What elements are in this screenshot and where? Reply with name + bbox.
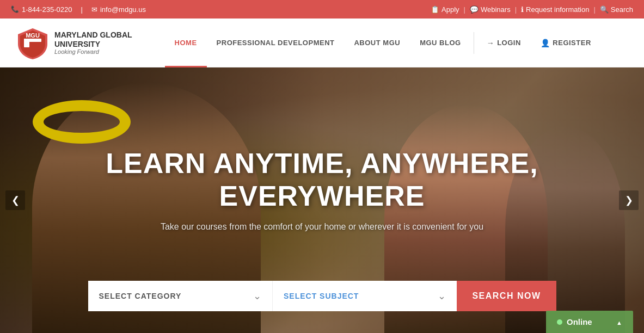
online-dot-icon (557, 319, 562, 325)
svg-text:MGU: MGU (26, 32, 40, 39)
info-icon (521, 5, 524, 14)
register-icon (541, 39, 550, 47)
top-bar-contact: 1-844-235-0220 | info@mdgu.us (11, 5, 146, 14)
email-info: info@mdgu.us (91, 5, 146, 14)
hero-subtitle: Take our courses from the comfort of you… (161, 222, 483, 232)
mail-icon (91, 5, 97, 14)
hero-next-arrow[interactable]: ❯ (619, 190, 639, 210)
logo[interactable]: MGU MARYLAND GLOBAL UNIVERSITY Looking F… (16, 27, 132, 59)
nav-about[interactable]: ABOUT MGU (344, 18, 410, 67)
webinars-link[interactable]: Webinars (470, 5, 511, 14)
nav-register[interactable]: REGISTER (531, 18, 601, 67)
apply-icon (431, 5, 439, 14)
separator-1: | (81, 5, 83, 14)
top-bar-actions: Apply | Webinars | Request information |… (431, 5, 633, 14)
apply-link[interactable]: Apply (431, 5, 459, 14)
online-label: Online (567, 317, 592, 326)
search-icon (600, 5, 609, 14)
email-link[interactable]: info@mdgu.us (100, 5, 146, 14)
sep3: | (515, 5, 517, 14)
main-nav: HOME PROFESSIONAL DEVELOPMENT ABOUT MGU … (165, 18, 628, 67)
sep2: | (464, 5, 465, 14)
university-name-line2: UNIVERSITY (54, 40, 132, 49)
sep4: | (593, 5, 595, 14)
logo-text: MARYLAND GLOBAL UNIVERSITY Looking Forwa… (54, 30, 132, 55)
nav-home[interactable]: HOME (165, 18, 207, 67)
nav-blog[interactable]: MGU BLOG (410, 18, 471, 67)
phone-number: 1-844-235-0220 (22, 5, 72, 14)
category-chevron-icon: ⌄ (253, 290, 261, 302)
hero-title: LEARN ANYTIME, ANYWHERE, EVERYWHERE (44, 147, 600, 212)
webinar-icon (470, 5, 479, 14)
nav-divider (474, 32, 474, 54)
svg-rect-1 (24, 39, 41, 42)
category-select[interactable]: SELECT CATEGORY ⌄ (88, 281, 272, 311)
online-chevron-up-icon (616, 317, 622, 326)
online-label-area: Online (557, 317, 592, 326)
online-badge[interactable]: Online (546, 311, 633, 333)
search-link[interactable]: Search (600, 5, 633, 14)
login-icon (487, 39, 495, 47)
subject-chevron-icon: ⌄ (438, 290, 446, 302)
nav-login[interactable]: LOGIN (477, 18, 531, 67)
hero-prev-arrow[interactable]: ❮ (5, 190, 25, 210)
request-info-link[interactable]: Request information (521, 5, 589, 14)
phone-icon (11, 5, 19, 13)
category-label: SELECT CATEGORY (99, 292, 253, 300)
logo-tagline: Looking Forward (54, 48, 132, 55)
subject-label: SELECT SUBJECT (284, 292, 438, 300)
search-row: SELECT CATEGORY ⌄ SELECT SUBJECT ⌄ SEARC… (88, 281, 556, 311)
phone-info: 1-844-235-0220 (11, 5, 72, 14)
logo-shield-icon: MGU (16, 27, 49, 59)
nav-professional-dev[interactable]: PROFESSIONAL DEVELOPMENT (207, 18, 345, 67)
top-bar: 1-844-235-0220 | info@mdgu.us Apply | We… (0, 0, 644, 18)
university-name-line1: MARYLAND GLOBAL (54, 30, 132, 40)
hero-section: ❮ ❯ LEARN ANYTIME, ANYWHERE, EVERYWHERE … (0, 67, 644, 333)
nav-bar: MGU MARYLAND GLOBAL UNIVERSITY Looking F… (0, 18, 644, 67)
search-now-button[interactable]: SEARCH NOW (457, 281, 556, 311)
subject-select[interactable]: SELECT SUBJECT ⌄ (272, 281, 457, 311)
